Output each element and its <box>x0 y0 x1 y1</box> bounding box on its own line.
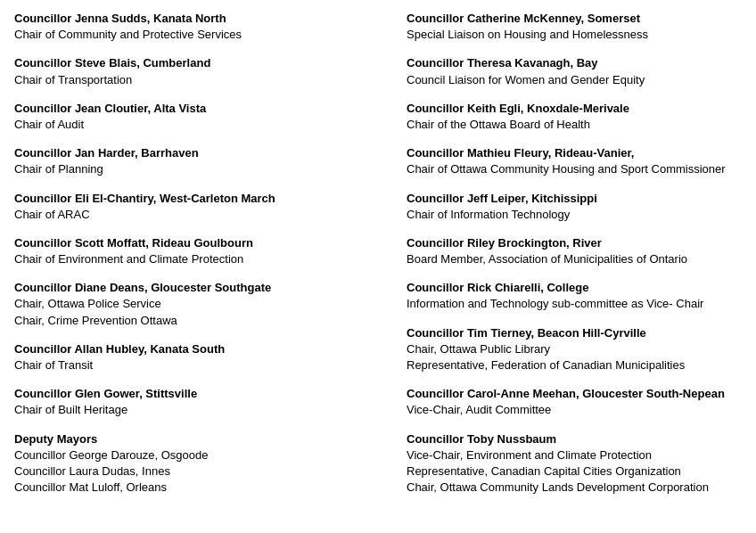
councillor-entry-rick-chiarelli: Councillor Rick Chiarelli, CollegeInform… <box>407 280 735 312</box>
councillor-role: Information and Technology sub-committee… <box>407 296 735 312</box>
councillor-role: Council Liaison for Women and Gender Equ… <box>407 72 735 88</box>
councillor-name: Councillor Mathieu Fleury, Rideau-Vanier… <box>407 145 735 161</box>
councillor-name: Councillor Theresa Kavanagh, Bay <box>407 55 735 71</box>
councillor-role: Chair of Information Technology <box>407 207 735 223</box>
councillor-entry-jenna-sudds: Councillor Jenna Sudds, Kanata NorthChai… <box>14 11 371 43</box>
councillor-name: Councillor Jan Harder, Barrhaven <box>14 145 371 161</box>
councillor-role: Chair of Ottawa Community Housing and Sp… <box>407 161 735 177</box>
right-column: Councillor Catherine McKenney, SomersetS… <box>378 11 742 508</box>
councillor-name: Councillor Toby Nussbaum <box>407 431 735 447</box>
councillor-entry-eli-el-chantiry: Councillor Eli El-Chantiry, West-Carleto… <box>14 191 371 223</box>
councillor-name: Councillor Steve Blais, Cumberland <box>14 55 371 71</box>
councillor-role: Chair of ARAC <box>14 207 371 223</box>
councillor-entry-toby-nussbaum: Councillor Toby NussbaumVice-Chair, Envi… <box>407 431 735 496</box>
councillor-entry-carol-anne-meehan: Councillor Carol-Anne Meehan, Gloucester… <box>407 386 735 418</box>
councillor-role: Chair of Community and Protective Servic… <box>14 27 371 43</box>
councillor-entry-jean-cloutier: Councillor Jean Cloutier, Alta VistaChai… <box>14 101 371 133</box>
councillor-role: Chair of Planning <box>14 161 371 177</box>
councillor-entry-jeff-leiper: Councillor Jeff Leiper, KitchissippiChai… <box>407 191 735 223</box>
councillor-entry-catherine-mckenney: Councillor Catherine McKenney, SomersetS… <box>407 11 735 43</box>
councillor-name: Councillor Jeff Leiper, Kitchissippi <box>407 191 735 207</box>
councillor-name: Councillor Eli El-Chantiry, West-Carleto… <box>14 191 371 207</box>
councillor-name: Councillor Tim Tierney, Beacon Hill-Cyrv… <box>407 325 735 341</box>
councillor-role: Chair of Transportation <box>14 72 371 88</box>
councillor-entry-riley-brockington: Councillor Riley Brockington, RiverBoard… <box>407 235 735 267</box>
councillor-role: Vice-Chair, Environment and Climate Prot… <box>407 447 735 496</box>
councillor-name: Councillor Catherine McKenney, Somerset <box>407 11 735 27</box>
councillors-grid: Councillor Jenna Sudds, Kanata NorthChai… <box>14 11 742 508</box>
councillor-role: Chair of Built Heritage <box>14 402 371 418</box>
councillor-role: Chair of Environment and Climate Protect… <box>14 251 371 267</box>
councillor-entry-jan-harder: Councillor Jan Harder, BarrhavenChair of… <box>14 145 371 177</box>
councillor-name: Councillor Keith Egli, Knoxdale-Merivale <box>407 101 735 117</box>
councillor-name: Councillor Diane Deans, Gloucester South… <box>14 280 371 296</box>
councillor-role: Vice-Chair, Audit Committee <box>407 402 735 418</box>
councillor-role: Chair of the Ottawa Board of Health <box>407 117 735 133</box>
councillor-entry-scott-moffatt: Councillor Scott Moffatt, Rideau Goulbou… <box>14 235 371 267</box>
left-column: Councillor Jenna Sudds, Kanata NorthChai… <box>14 11 378 508</box>
councillor-name: Councillor Jean Cloutier, Alta Vista <box>14 101 371 117</box>
councillor-role: Councillor George Darouze, OsgoodeCounci… <box>14 447 371 496</box>
councillor-entry-theresa-kavanagh: Councillor Theresa Kavanagh, BayCouncil … <box>407 55 735 87</box>
councillor-entry-deputy-mayors: Deputy MayorsCouncillor George Darouze, … <box>14 431 371 496</box>
councillor-role: Special Liaison on Housing and Homelessn… <box>407 27 735 43</box>
councillor-entry-mathieu-fleury: Councillor Mathieu Fleury, Rideau-Vanier… <box>407 145 735 177</box>
councillor-role: Chair of Transit <box>14 357 371 373</box>
councillor-role: Chair, Ottawa Public LibraryRepresentati… <box>407 341 735 373</box>
councillor-name: Councillor Rick Chiarelli, College <box>407 280 735 296</box>
councillor-entry-steve-blais: Councillor Steve Blais, CumberlandChair … <box>14 55 371 87</box>
councillor-entry-allan-hubley: Councillor Allan Hubley, Kanata SouthCha… <box>14 341 371 373</box>
councillor-entry-keith-egli: Councillor Keith Egli, Knoxdale-Merivale… <box>407 101 735 133</box>
councillor-role: Chair, Ottawa Police ServiceChair, Crime… <box>14 296 371 328</box>
councillor-entry-tim-tierney: Councillor Tim Tierney, Beacon Hill-Cyrv… <box>407 325 735 374</box>
councillor-name: Councillor Carol-Anne Meehan, Gloucester… <box>407 386 735 402</box>
councillor-entry-diane-deans: Councillor Diane Deans, Gloucester South… <box>14 280 371 329</box>
councillor-entry-glen-gower: Councillor Glen Gower, StittsvilleChair … <box>14 386 371 418</box>
councillor-name: Councillor Allan Hubley, Kanata South <box>14 341 371 357</box>
councillor-name: Councillor Glen Gower, Stittsville <box>14 386 371 402</box>
councillor-name: Deputy Mayors <box>14 431 371 447</box>
councillor-name: Councillor Scott Moffatt, Rideau Goulbou… <box>14 235 371 251</box>
councillor-name: Councillor Riley Brockington, River <box>407 235 735 251</box>
councillor-name: Councillor Jenna Sudds, Kanata North <box>14 11 371 27</box>
councillor-role: Board Member, Association of Municipalit… <box>407 251 735 267</box>
councillor-role: Chair of Audit <box>14 117 371 133</box>
